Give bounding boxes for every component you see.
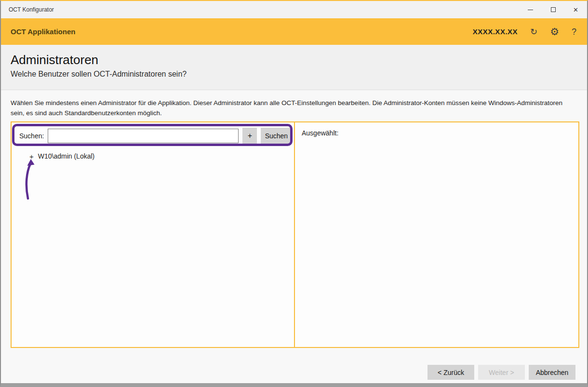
search-input[interactable] <box>48 129 239 143</box>
minimize-icon <box>528 10 533 10</box>
search-label: Suchen: <box>19 132 44 140</box>
app-window: OCT Konfigurator ✕ OCT Applikationen XXX… <box>0 0 588 387</box>
search-button[interactable]: Suchen <box>261 128 292 144</box>
search-results-panel: Suchen: + Suchen + W10\admin (Lokal) <box>12 122 295 347</box>
wizard-footer: < Zurück Weiter > Abbrechen <box>428 365 575 380</box>
expand-icon[interactable]: + <box>29 153 34 160</box>
page-title: Administratoren <box>11 53 577 67</box>
back-button[interactable]: < Zurück <box>428 365 474 380</box>
gear-icon[interactable]: ⚙ <box>550 27 559 37</box>
page-subtitle: Welche Benutzer sollen OCT-Administrator… <box>11 70 577 79</box>
refresh-icon[interactable]: ↻ <box>530 27 537 36</box>
title-bar: OCT Konfigurator ✕ <box>1 1 587 18</box>
tree-item-user[interactable]: + W10\admin (Lokal) <box>12 152 294 160</box>
maximize-button[interactable] <box>542 1 564 18</box>
page-header: Administratoren Welche Benutzer sollen O… <box>1 45 587 90</box>
window-controls: ✕ <box>519 1 587 18</box>
header-right: XXXX.XX.XX ↻ ⚙ ? <box>473 27 576 37</box>
annotation-arrow-icon <box>24 159 38 200</box>
close-button[interactable]: ✕ <box>564 1 587 18</box>
selected-label: Ausgewählt: <box>302 129 338 137</box>
cancel-button[interactable]: Abbrechen <box>529 365 575 380</box>
app-title: OCT Applikationen <box>11 27 75 36</box>
admin-selection-panels: Suchen: + Suchen + W10\admin (Lokal) <box>11 121 579 348</box>
close-icon: ✕ <box>573 7 578 13</box>
tree-item-label: W10\admin (Lokal) <box>38 152 95 160</box>
app-header: OCT Applikationen XXXX.XX.XX ↻ ⚙ ? <box>1 18 587 45</box>
window-title: OCT Konfigurator <box>9 6 54 13</box>
maximize-icon <box>551 7 556 12</box>
help-icon[interactable]: ? <box>572 27 576 36</box>
minimize-button[interactable] <box>519 1 542 18</box>
main-area: Wählen Sie mindestens einen Administrato… <box>1 90 587 383</box>
next-button: Weiter > <box>478 365 525 380</box>
user-tree: + W10\admin (Lokal) <box>12 152 294 160</box>
version-label: XXXX.XX.XX <box>473 27 518 36</box>
search-row: Suchen: + Suchen <box>12 122 294 144</box>
page-description: Wählen Sie mindestens einen Administrato… <box>1 90 587 119</box>
add-button[interactable]: + <box>242 128 257 144</box>
selected-panel: Ausgewählt: <box>295 122 578 347</box>
